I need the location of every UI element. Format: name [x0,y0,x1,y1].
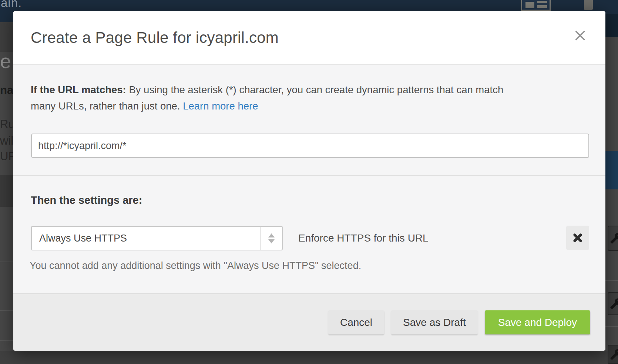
modal-body: If the URL matches: By using the asteris… [13,65,605,293]
background-row-divider [605,280,618,281]
background-text-fragment: Ru [0,118,13,131]
background-wrench-button [608,345,618,364]
save-and-deploy-button[interactable]: Save and Deploy [485,310,590,334]
url-match-intro: If the URL matches: By using the asteris… [31,82,578,114]
wrench-icon [610,298,618,310]
background-band [0,351,618,364]
wrench-icon [610,348,618,360]
background-row-divider [0,340,13,341]
background-text-fragment: UR [0,150,13,163]
page-backdrop: ain. e nav Ru will UR Create a Page Rule… [0,0,618,364]
chevron-up-down-icon [260,227,282,250]
remove-setting-button[interactable] [566,226,589,250]
background-row-divider [605,326,618,327]
close-icon [574,29,587,42]
cancel-button[interactable]: Cancel [328,310,384,334]
background-band [605,14,618,37]
background-text-fragment: nav [0,84,13,97]
create-page-rule-modal: Create a Page Rule for icyapril.com If t… [13,11,605,351]
layout-grid-icon [521,0,551,11]
background-text-fragment: ain. [1,0,22,10]
learn-more-link[interactable]: Learn more here [183,100,258,112]
section-divider [13,175,605,176]
background-blue-button-edge [605,151,618,189]
background-row-divider [0,310,13,311]
url-match-description: By using the asterisk (*) character, you… [129,84,503,95]
settings-helper-text: You cannot add any additional settings w… [30,260,361,272]
background-text-fragment: e [0,50,13,73]
setting-select[interactable]: Always Use HTTPS [31,226,283,250]
background-text-fragment: will [0,134,13,148]
nav-partial-icon [584,0,593,10]
background-wrench-button [608,292,618,315]
setting-description: Enforce HTTPS for this URL [298,226,429,250]
save-as-draft-button[interactable]: Save as Draft [391,310,478,334]
url-match-label: If the URL matches: [31,84,126,95]
url-match-description-2: many URLs, rather than just one. [31,100,183,112]
close-modal-button[interactable] [573,28,588,43]
background-band [0,22,13,52]
background-table-header [0,175,13,207]
modal-header: Create a Page Rule for icyapril.com [13,11,605,65]
setting-select-value: Always Use HTTPS [32,227,260,250]
url-pattern-input[interactable] [31,134,589,158]
remove-x-icon [573,233,582,243]
background-row-divider [0,262,13,262]
background-wrench-button [608,226,618,251]
settings-heading: Then the settings are: [31,194,142,206]
modal-footer: Cancel Save as Draft Save and Deploy [13,293,605,351]
wrench-icon [610,232,618,244]
modal-title: Create a Page Rule for icyapril.com [31,29,279,47]
